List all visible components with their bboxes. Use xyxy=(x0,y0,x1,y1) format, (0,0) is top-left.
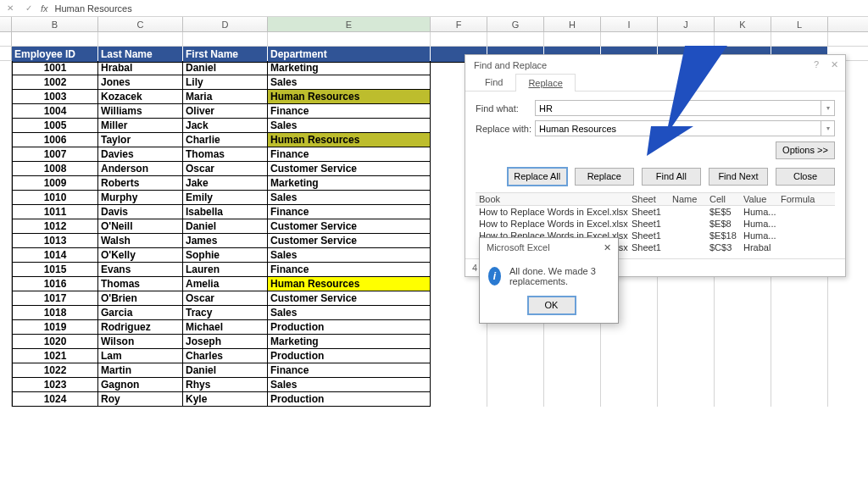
result-row[interactable]: How to Replace Words in Excel.xlsxSheet1… xyxy=(476,218,835,230)
options-button[interactable]: Options >> xyxy=(776,141,835,159)
col-header-c[interactable]: C xyxy=(98,17,183,31)
cancel-icon[interactable]: ✕ xyxy=(3,2,17,15)
col-header-b[interactable]: B xyxy=(12,17,98,31)
close-button[interactable]: Close xyxy=(776,168,835,186)
msgbox-close-icon[interactable]: ✕ xyxy=(604,242,611,253)
tab-replace[interactable]: Replace xyxy=(515,74,575,92)
info-icon: i xyxy=(488,267,501,286)
replace-all-button[interactable]: Replace All xyxy=(508,168,567,186)
confirm-icon[interactable]: ✓ xyxy=(22,2,36,15)
result-row[interactable]: How to Replace Words in Excel.xlsxSheet1… xyxy=(476,206,835,218)
col-header-e[interactable]: E xyxy=(268,17,431,31)
table-row[interactable]: 1023GagnonRhysSales xyxy=(0,378,868,392)
table-row[interactable]: 1019RodriguezMichaelProduction xyxy=(0,320,868,335)
find-what-input[interactable] xyxy=(535,100,821,116)
column-headers: B C D E F G H I J K L xyxy=(0,17,868,32)
formula-bar: ✕ ✓ fx Human Resources xyxy=(0,0,868,17)
ok-button[interactable]: OK xyxy=(528,297,576,314)
col-header-d[interactable]: D xyxy=(183,17,268,31)
replace-button[interactable]: Replace xyxy=(575,168,634,186)
msgbox-title: Microsoft Excel xyxy=(487,242,550,253)
table-row[interactable]: 1016ThomasAmeliaHuman Resources xyxy=(0,277,868,291)
replace-with-input[interactable] xyxy=(535,120,821,136)
replace-with-label: Replace with: xyxy=(476,124,535,134)
msgbox-text: All done. We made 3 replacements. xyxy=(509,266,609,286)
table-row[interactable]: 1018GarciaTracySales xyxy=(0,306,868,320)
select-all-corner[interactable] xyxy=(0,17,12,31)
table-row[interactable]: 1024RoyKyleProduction xyxy=(0,392,868,407)
find-dropdown-icon[interactable]: ▾ xyxy=(821,100,835,116)
find-next-button[interactable]: Find Next xyxy=(709,168,768,186)
fx-icon[interactable]: fx xyxy=(41,3,48,14)
tab-find[interactable]: Find xyxy=(472,73,515,91)
formula-text[interactable]: Human Resources xyxy=(55,3,132,14)
table-row[interactable]: 1017O'BrienOscarCustomer Service xyxy=(0,291,868,306)
help-icon[interactable]: ? xyxy=(814,59,819,70)
results-header: Book Sheet Name Cell Value Formula xyxy=(476,192,835,206)
message-box: Microsoft Excel ✕ i All done. We made 3 … xyxy=(479,237,619,324)
dialog-title: Find and Replace xyxy=(474,60,547,70)
replace-dropdown-icon[interactable]: ▾ xyxy=(821,120,835,136)
col-header-l[interactable]: L xyxy=(771,17,828,31)
close-icon[interactable]: ✕ xyxy=(831,59,838,70)
col-header-j[interactable]: J xyxy=(658,17,715,31)
table-row[interactable]: 1022MartinDanielFinance xyxy=(0,363,868,378)
find-all-button[interactable]: Find All xyxy=(642,168,701,186)
table-row[interactable]: 1021LamCharlesProduction xyxy=(0,349,868,363)
col-header-i[interactable]: I xyxy=(601,17,658,31)
col-header-h[interactable]: H xyxy=(544,17,601,31)
table-row[interactable]: 1020WilsonJosephMarketing xyxy=(0,335,868,349)
col-header-k[interactable]: K xyxy=(715,17,771,31)
col-header-f[interactable]: F xyxy=(431,17,487,31)
find-what-label: Find what: xyxy=(476,103,535,114)
col-header-g[interactable]: G xyxy=(487,17,544,31)
